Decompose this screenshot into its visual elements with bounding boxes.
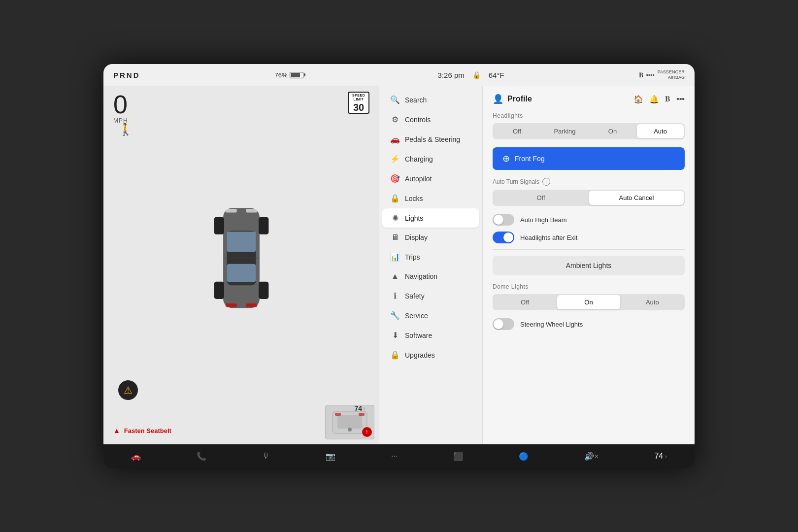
settings-header: 👤 Profile 🏠 🔔 𝐁 ▪▪▪ xyxy=(493,94,685,104)
headlight-auto-btn[interactable]: Auto xyxy=(637,124,684,138)
nav-volume-icon[interactable]: 🔊× xyxy=(576,452,606,461)
search-icon: 🔍 xyxy=(390,95,400,104)
svg-rect-17 xyxy=(359,413,365,416)
nav-item-charging[interactable]: ⚡ Charging xyxy=(382,149,479,168)
headlight-off-btn[interactable]: Off xyxy=(494,124,540,138)
nav-item-trips[interactable]: 📊 Trips xyxy=(382,247,479,266)
settings-panel: 🔍 Search ⚙ Controls 🚗 Pedals & Steering … xyxy=(379,86,695,444)
locks-icon: 🔒 xyxy=(390,194,400,203)
auto-high-beam-row: Auto High Beam xyxy=(493,214,685,226)
trunk-thumbnail[interactable]: ! xyxy=(325,405,374,439)
nav-camera-icon[interactable]: 📷 xyxy=(318,452,343,461)
auto-turn-off-btn[interactable]: Off xyxy=(494,191,588,205)
nav-label-navigation: Navigation xyxy=(405,272,437,280)
nav-item-navigation[interactable]: ▲ Navigation xyxy=(382,267,479,286)
bottom-nav: 🚗 📞 🎙 📷 ··· ⬛ 🔵 🔊× 74 › xyxy=(103,444,695,468)
nav-item-locks[interactable]: 🔒 Locks xyxy=(382,189,479,208)
nav-item-autopilot[interactable]: 🎯 Autopilot xyxy=(382,169,479,188)
auto-turn-info-icon[interactable]: i xyxy=(542,178,550,186)
front-fog-button[interactable]: ⊕ Front Fog xyxy=(493,147,685,170)
nav-item-pedals[interactable]: 🚗 Pedals & Steering xyxy=(382,130,479,149)
nav-more-icon[interactable]: ··· xyxy=(383,452,405,461)
navigation-icon: ▲ xyxy=(390,272,400,281)
toggle-knob-2 xyxy=(503,233,513,242)
headlights-after-exit-label: Headlights after Exit xyxy=(520,234,577,241)
header-icons: 🏠 🔔 𝐁 ▪▪▪ xyxy=(633,95,685,104)
toggle-knob-3 xyxy=(494,319,503,329)
lock-icon: 🔒 xyxy=(472,71,481,79)
auto-turn-cancel-btn[interactable]: Auto Cancel xyxy=(589,191,684,205)
toggle-knob xyxy=(494,215,503,225)
svg-rect-16 xyxy=(335,413,341,416)
settings-content: 👤 Profile 🏠 🔔 𝐁 ▪▪▪ Headlights xyxy=(483,86,695,444)
steering-wheel-lights-toggle[interactable] xyxy=(493,318,514,330)
nav-speed-display[interactable]: 74 › xyxy=(646,452,674,461)
headlight-on-btn[interactable]: On xyxy=(589,124,636,138)
software-icon: ⬇ xyxy=(390,331,400,340)
dome-auto-btn[interactable]: Auto xyxy=(621,295,684,309)
temp-display: 64°F xyxy=(489,71,504,79)
fog-icon: ⊕ xyxy=(502,153,510,164)
autopilot-icon: 🎯 xyxy=(390,174,400,183)
nav-car-icon[interactable]: 🚗 xyxy=(123,452,149,461)
nav-item-lights[interactable]: ✺ Lights xyxy=(382,208,479,228)
display-icon: 🖥 xyxy=(390,233,400,242)
nav-mic-icon[interactable]: 🎙 xyxy=(254,452,278,461)
front-fog-label: Front Fog xyxy=(515,155,545,163)
nav-label-software: Software xyxy=(405,332,432,339)
svg-rect-11 xyxy=(226,303,237,307)
nav-phone-icon[interactable]: 📞 xyxy=(189,452,214,461)
svg-rect-10 xyxy=(246,209,257,212)
headlights-btn-group: Off Parking On Auto xyxy=(493,123,685,139)
nav-label-charging: Charging xyxy=(405,155,433,163)
svg-rect-14 xyxy=(337,415,362,429)
svg-rect-7 xyxy=(259,282,268,299)
nav-box-icon[interactable]: ⬛ xyxy=(445,452,471,461)
dome-off-btn[interactable]: Off xyxy=(494,295,556,309)
car-top-view xyxy=(207,199,276,319)
nav-item-display[interactable]: 🖥 Display xyxy=(382,228,479,247)
controls-icon: ⚙ xyxy=(390,115,400,124)
speed-limit-sign: SPEEDLIMIT 30 xyxy=(348,92,369,114)
nav-label-search: Search xyxy=(405,96,427,104)
bottom-chevron: › xyxy=(665,454,666,459)
seatbelt-icon: ▲ xyxy=(113,427,120,434)
steering-wheel-lights-row: Steering Wheel Lights xyxy=(493,318,685,330)
svg-rect-3 xyxy=(227,264,256,282)
nav-item-service[interactable]: 🔧 Service xyxy=(382,306,479,325)
safety-icon: ℹ xyxy=(390,291,400,300)
battery-percent: 76% xyxy=(275,71,288,79)
nav-label-service: Service xyxy=(405,312,428,320)
home-icon[interactable]: 🏠 xyxy=(633,95,643,104)
bluetooth-header-icon[interactable]: 𝐁 xyxy=(665,95,670,103)
nav-item-upgrades[interactable]: 🔒 Upgrades xyxy=(382,345,479,365)
nav-item-safety[interactable]: ℹ Safety xyxy=(382,286,479,305)
nav-label-trips: Trips xyxy=(405,253,420,261)
ambient-lights-button[interactable]: Ambient Lights xyxy=(493,256,685,275)
nav-label-safety: Safety xyxy=(405,292,425,300)
headlight-parking-btn[interactable]: Parking xyxy=(541,124,588,138)
headlights-label: Headlights xyxy=(493,112,685,119)
passenger-airbag: PASSENGER AIRBAG xyxy=(658,69,685,80)
headlights-after-exit-toggle[interactable] xyxy=(493,232,514,243)
nav-label-controls: Controls xyxy=(405,116,431,124)
ambient-lights-label: Ambient Lights xyxy=(566,262,612,269)
charging-icon: ⚡ xyxy=(390,154,400,164)
nav-item-controls[interactable]: ⚙ Controls xyxy=(382,110,479,129)
svg-rect-9 xyxy=(226,209,237,212)
dome-on-btn[interactable]: On xyxy=(557,295,620,309)
warning-circle-icon[interactable]: ⚠ xyxy=(118,380,138,400)
lights-icon: ✺ xyxy=(390,213,400,223)
nav-item-software[interactable]: ⬇ Software xyxy=(382,326,479,345)
nav-label-autopilot: Autopilot xyxy=(405,175,432,183)
svg-rect-5 xyxy=(214,282,224,299)
trips-icon: 📊 xyxy=(390,252,400,262)
nav-item-search[interactable]: 🔍 Search xyxy=(382,90,479,109)
auto-high-beam-label: Auto High Beam xyxy=(520,216,567,224)
auto-high-beam-toggle[interactable] xyxy=(493,214,514,226)
bell-icon[interactable]: 🔔 xyxy=(649,95,659,104)
chevron-right-icon: › xyxy=(364,405,366,412)
driver-warning-icon: 🚶 xyxy=(118,123,133,136)
nav-bluetooth-icon[interactable]: 🔵 xyxy=(511,452,536,461)
profile-title: 👤 Profile xyxy=(493,94,532,104)
